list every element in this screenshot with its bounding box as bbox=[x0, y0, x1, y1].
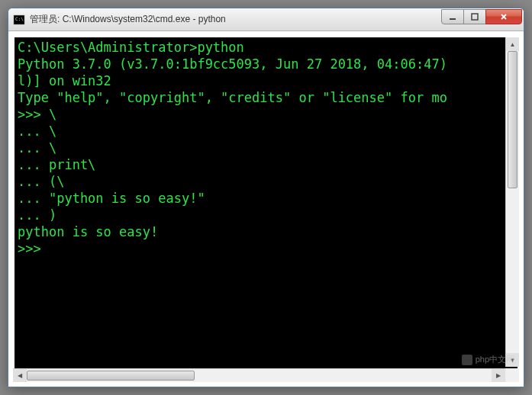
vertical-scroll-thumb[interactable] bbox=[508, 51, 517, 188]
watermark-text: php中文网 bbox=[476, 354, 514, 365]
window-title: 管理员: C:\Windows\system32\cmd.exe - pytho… bbox=[30, 13, 442, 26]
close-button[interactable] bbox=[485, 9, 522, 24]
horizontal-scrollbar[interactable]: ◀ ▶ bbox=[13, 368, 505, 382]
terminal-output: C:\Users\Administrator>python Python 3.7… bbox=[15, 37, 517, 259]
watermark-logo-icon bbox=[462, 355, 472, 365]
vertical-scrollbar[interactable]: ▲ ▼ bbox=[505, 37, 519, 367]
svg-rect-3 bbox=[472, 14, 478, 20]
cmd-window: C:\ 管理员: C:\Windows\system32\cmd.exe - p… bbox=[8, 8, 524, 387]
cmd-icon: C:\ bbox=[13, 14, 25, 26]
watermark: php中文网 bbox=[462, 354, 514, 365]
svg-rect-2 bbox=[450, 18, 456, 20]
scroll-left-arrow-icon[interactable]: ◀ bbox=[13, 369, 27, 382]
svg-text:C:\: C:\ bbox=[15, 16, 24, 21]
maximize-button[interactable] bbox=[463, 9, 486, 24]
scroll-up-arrow-icon[interactable]: ▲ bbox=[506, 37, 519, 51]
window-controls bbox=[442, 9, 522, 26]
minimize-button[interactable] bbox=[441, 9, 464, 24]
titlebar[interactable]: C:\ 管理员: C:\Windows\system32\cmd.exe - p… bbox=[8, 8, 524, 31]
scrollbar-corner bbox=[505, 368, 519, 382]
scroll-right-arrow-icon[interactable]: ▶ bbox=[492, 369, 505, 382]
horizontal-scroll-thumb[interactable] bbox=[27, 371, 195, 381]
terminal-viewport[interactable]: C:\Users\Administrator>python Python 3.7… bbox=[13, 36, 519, 382]
